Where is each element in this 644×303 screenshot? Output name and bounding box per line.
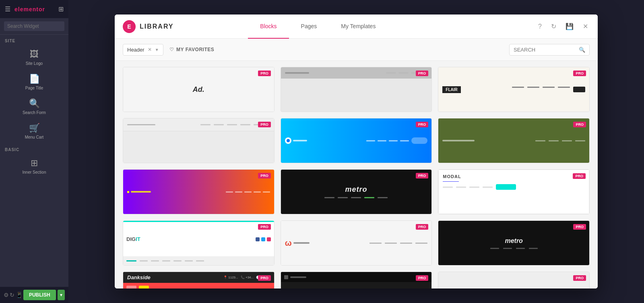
pro-badge: PRO — [416, 224, 429, 230]
filter-bar: Header ✕ ▼ ♡ MY FAVORITES 🔍 — [115, 39, 598, 61]
sidebar-header: ☰ elementor ⊞ — [0, 0, 68, 18]
sidebar-item-page-title[interactable]: 📄 Page Title — [0, 70, 68, 94]
site-logo-label: Site Logo — [26, 61, 43, 66]
pro-badge: PRO — [573, 173, 586, 179]
template-card-green[interactable]: PRO — [438, 118, 590, 163]
elementor-logo: elementor — [14, 6, 45, 12]
inner-section-label: Inner Section — [23, 170, 46, 174]
tab-blocks[interactable]: Blocks — [248, 15, 289, 39]
filter-arrow-icon: ▼ — [155, 48, 159, 52]
template-card-modal[interactable]: MODAL PRO — [438, 169, 590, 214]
template-preview-gray: PRO — [281, 67, 432, 112]
publish-arrow-button[interactable]: ▾ — [58, 290, 65, 300]
pro-badge: PRO — [416, 173, 429, 178]
category-filter-dropdown[interactable]: Header ✕ ▼ — [123, 44, 163, 56]
site-section-title: SITE — [0, 35, 68, 45]
tab-my-templates[interactable]: My Templates — [329, 15, 388, 39]
templates-container[interactable]: Ad. PRO — [115, 61, 598, 288]
template-card-metro2[interactable]: metro PRO — [438, 220, 590, 266]
template-card-darkside[interactable]: Dankside 📍 1123... 📞 +34... 🕐 Mon... — [123, 272, 275, 288]
template-card-gray-minimal[interactable]: PRO — [281, 67, 432, 112]
heart-icon: ♡ — [169, 47, 174, 52]
tab-pages[interactable]: Pages — [289, 15, 329, 39]
library-tabs: Blocks Pages My Templates — [248, 15, 388, 39]
widget-search-area[interactable] — [0, 18, 68, 35]
template-card-purple[interactable]: PRO — [123, 169, 275, 214]
editor-background: ☰ elementor ⊞ SITE 🖼 Site Logo 📄 Page Ti… — [0, 0, 644, 303]
sidebar-item-inner-section[interactable]: ⊞ Inner Section — [0, 154, 68, 178]
editor-main-area: E LIBRARY Blocks Pages My Templates — [68, 0, 644, 303]
template-preview-green: PRO — [438, 118, 589, 163]
filter-clear-button[interactable]: ✕ — [148, 47, 152, 52]
menu-cart-icon: 🛒 — [29, 123, 40, 133]
library-title: LIBRARY — [140, 23, 174, 30]
template-preview-metro2: metro PRO — [438, 221, 589, 265]
sidebar-item-menu-cart[interactable]: 🛒 Menu Cart — [0, 119, 68, 143]
template-preview-qi: ω PRO — [281, 221, 432, 265]
template-search-icon: 🔍 — [579, 47, 585, 53]
search-widget-input[interactable] — [4, 21, 64, 31]
pro-badge: PRO — [573, 122, 586, 127]
modal-header-actions: ? ↻ 💾 ✕ — [537, 21, 590, 32]
library-logo: E LIBRARY — [123, 20, 174, 33]
template-card-blue-gradient[interactable]: PRO — [281, 118, 432, 163]
template-preview-blue: PRO — [281, 118, 432, 163]
site-logo-icon: 🖼 — [30, 49, 39, 60]
modal-overlay: E LIBRARY Blocks Pages My Templates — [68, 0, 644, 303]
template-card-white-nav[interactable]: PRO — [123, 118, 275, 163]
sidebar-footer: ⚙ ↻ 📱 PUBLISH ▾ — [0, 287, 68, 303]
template-preview-ad: Ad. PRO — [123, 67, 274, 112]
template-card-armond[interactable]: PRO — [281, 272, 432, 288]
sidebar-item-site-logo[interactable]: 🖼 Site Logo — [0, 45, 68, 70]
templates-grid: Ad. PRO — [123, 67, 590, 288]
template-card-metro-dark[interactable]: metro PRO — [281, 169, 432, 214]
page-title-icon: 📄 — [29, 74, 40, 84]
help-button[interactable]: ? — [537, 21, 543, 32]
template-preview-modal: MODAL PRO — [438, 170, 589, 214]
basic-section-title: BASIC — [0, 143, 68, 154]
template-card-yellow-nav[interactable]: PRO — [438, 272, 590, 288]
pro-badge: PRO — [573, 71, 586, 76]
library-modal: E LIBRARY Blocks Pages My Templates — [115, 15, 598, 288]
template-card-ad[interactable]: Ad. PRO — [123, 67, 275, 112]
tab-pages-label: Pages — [301, 23, 317, 29]
template-search-box[interactable]: 🔍 — [509, 44, 590, 56]
template-preview-armond: PRO — [281, 272, 432, 288]
menu-cart-label: Menu Cart — [25, 135, 44, 139]
pro-badge: PRO — [416, 275, 429, 281]
library-modal-header: E LIBRARY Blocks Pages My Templates — [115, 15, 598, 39]
category-filter-value: Header — [127, 47, 144, 53]
sidebar-item-search-form[interactable]: 🔍 Search Form — [0, 94, 68, 119]
pro-badge: PRO — [416, 122, 429, 127]
hamburger-icon[interactable]: ☰ — [5, 5, 10, 13]
template-preview-digit: DIGIT — [123, 221, 274, 265]
refresh-button[interactable]: ↻ — [549, 21, 558, 32]
template-search-input[interactable] — [514, 47, 579, 53]
pro-badge: PRO — [573, 224, 586, 230]
publish-button[interactable]: PUBLISH — [23, 290, 56, 300]
template-preview-purple: PRO — [123, 170, 274, 214]
responsive-icon[interactable]: 📱 — [16, 292, 23, 298]
editor-sidebar: ☰ elementor ⊞ SITE 🖼 Site Logo 📄 Page Ti… — [0, 0, 68, 303]
pro-badge: PRO — [416, 71, 429, 76]
template-card-cream[interactable]: FLAIR PRO — [438, 67, 590, 112]
template-preview-white-nav: PRO — [123, 118, 274, 163]
template-card-digit[interactable]: DIGIT — [123, 220, 275, 266]
settings-icon[interactable]: ⚙ — [4, 292, 9, 298]
pro-badge: PRO — [573, 275, 586, 281]
pro-badge: PRO — [258, 71, 271, 76]
pro-badge: PRO — [258, 275, 271, 281]
inner-section-icon: ⊞ — [31, 158, 38, 168]
page-title-label: Page Title — [25, 86, 43, 90]
template-card-qi[interactable]: ω PRO — [281, 220, 432, 266]
favorites-filter-button[interactable]: ♡ MY FAVORITES — [169, 47, 215, 52]
template-preview-yellow-nav: PRO — [438, 272, 589, 288]
history-icon[interactable]: ↻ — [10, 292, 14, 298]
close-button[interactable]: ✕ — [581, 21, 590, 32]
grid-icon[interactable]: ⊞ — [58, 5, 64, 13]
pro-badge: PRO — [258, 224, 271, 230]
search-form-label: Search Form — [23, 110, 46, 115]
save-button[interactable]: 💾 — [564, 21, 575, 32]
template-preview-metro: metro PRO — [281, 170, 432, 214]
search-form-icon: 🔍 — [29, 98, 40, 109]
